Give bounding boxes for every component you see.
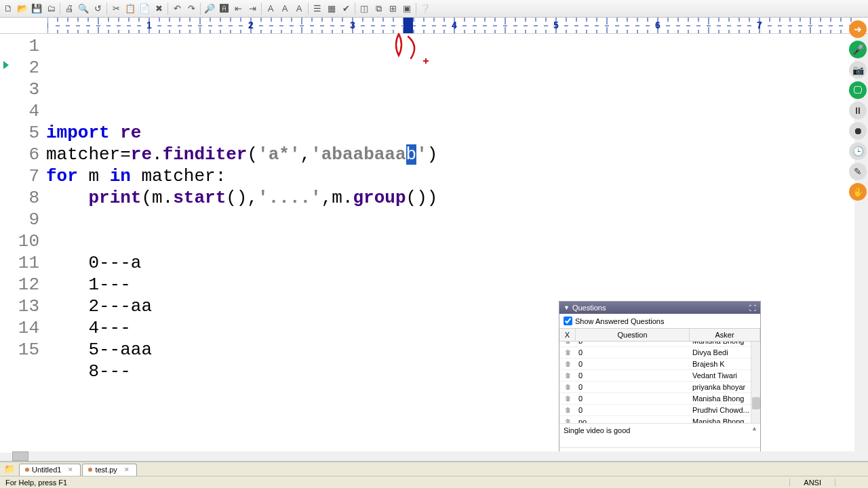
paste-button[interactable]: 📄 [138, 2, 151, 16]
win4-button[interactable]: ▣ [400, 2, 414, 16]
questions-list[interactable]: 🗑bManisha Bhong🗑0Divya Bedi🗑0Brajesh K🗑0… [559, 342, 760, 423]
delete-icon[interactable]: 🗑 [559, 372, 576, 379]
line-number: 9 [0, 209, 39, 230]
dock-pen-button[interactable]: ✎ [849, 163, 867, 180]
question-row[interactable]: 🗑0Vedant Tiwari [559, 370, 760, 382]
h1-button[interactable]: A [264, 2, 277, 16]
indent-l-button[interactable]: ⇤ [231, 2, 245, 16]
indent-r-button[interactable]: ⇥ [245, 2, 259, 16]
dock-screen-button[interactable]: 🖵 [849, 81, 867, 99]
questions-scrollbar[interactable] [751, 342, 760, 423]
code-line[interactable] [46, 230, 854, 252]
undo2-button[interactable]: ↺ [91, 2, 104, 16]
editor-hscroll[interactable] [12, 451, 854, 461]
question-text: b [576, 342, 690, 345]
line-number: 4 [0, 100, 39, 122]
code-line[interactable]: 1--- [46, 274, 854, 296]
question-row[interactable]: 🗑noManisha Bhong [559, 416, 760, 423]
toggle1-button[interactable]: ☰ [311, 2, 324, 16]
col-x: X [559, 329, 576, 341]
redo-button[interactable]: ↷ [184, 2, 198, 16]
code-line[interactable] [46, 209, 854, 230]
print-button[interactable]: 🖨 [62, 2, 76, 16]
questions-preview-text: Single video is good [564, 426, 630, 434]
check-button[interactable]: ✔ [339, 2, 353, 16]
show-answered-checkbox[interactable] [564, 317, 572, 325]
new-button[interactable]: 🗋 [1, 2, 15, 16]
code-line[interactable]: matcher=re.finditer('a*','abaabaaab') [46, 144, 854, 165]
zoomin-button[interactable]: 🔎 [203, 2, 216, 16]
code-line[interactable]: 0---a [46, 252, 854, 274]
line-number: 5 [0, 122, 39, 144]
delete-icon[interactable]: 🗑 [559, 384, 576, 390]
delete-icon[interactable]: 🗑 [559, 418, 576, 423]
dock-pause-button[interactable]: ⏸ [849, 102, 867, 119]
question-row[interactable]: 🗑0Prudhvi Chowd... [559, 405, 760, 416]
expand-icon[interactable]: ⛶ [749, 304, 756, 312]
breakpoint-marker[interactable] [3, 61, 9, 69]
open-button[interactable]: 📂 [16, 2, 29, 16]
dock-back-button[interactable]: ➜ [849, 20, 867, 38]
status-encoding[interactable]: ANSI [789, 479, 835, 487]
copy-button[interactable]: 📋 [123, 2, 137, 16]
delete-icon[interactable]: 🗑 [559, 407, 576, 413]
svg-text:3: 3 [350, 20, 355, 30]
win2-button[interactable]: ⧉ [372, 2, 385, 16]
question-row[interactable]: 🗑0Manisha Bhong [559, 393, 760, 405]
line-number: 10 [0, 230, 39, 252]
win3-button[interactable]: ⊞ [386, 2, 399, 16]
file-tab-bar: 📁 Untitled1✕test.py✕ [0, 461, 868, 476]
close-icon[interactable]: ✕ [124, 466, 130, 473]
line-number: 7 [0, 165, 39, 187]
cut-button[interactable]: ✂ [109, 2, 123, 16]
question-row[interactable]: 🗑bManisha Bhong [559, 342, 760, 347]
asker-name: Manisha Bhong [690, 342, 760, 345]
question-row[interactable]: 🗑0Divya Bedi [559, 347, 760, 359]
question-text: 0 [576, 383, 690, 391]
scroll-up-icon[interactable]: ▲ [751, 425, 757, 432]
close-icon[interactable]: ✕ [68, 466, 73, 473]
find-button[interactable]: 🅰 [217, 2, 231, 16]
preview-button[interactable]: 🔍 [77, 2, 90, 16]
questions-panel-titlebar[interactable]: ▼ Questions ⛶ [559, 302, 760, 314]
show-answered-row[interactable]: Show Answered Questions [559, 314, 760, 328]
help-button[interactable]: ❔ [418, 2, 432, 16]
delete-icon[interactable]: 🗑 [559, 361, 576, 367]
delete-icon[interactable]: 🗑 [559, 395, 576, 402]
line-number: 1 [0, 35, 39, 57]
delete-icon[interactable]: 🗑 [559, 349, 576, 356]
file-tab[interactable]: test.py✕ [82, 464, 136, 476]
show-answered-label: Show Answered Questions [575, 317, 664, 325]
questions-panel[interactable]: ▼ Questions ⛶ Show Answered Questions X … [559, 301, 761, 467]
dock-mic-button[interactable]: 🎤 [849, 41, 867, 58]
h2-button[interactable]: A [278, 2, 292, 16]
svg-text:6: 6 [655, 20, 660, 30]
code-line[interactable]: for m in matcher: [46, 165, 854, 187]
dock-hand-button[interactable]: ✋ [849, 183, 867, 201]
toggle2-button[interactable]: ▦ [325, 2, 338, 16]
line-number: 11 [0, 252, 39, 274]
pen-annotation [392, 31, 433, 68]
dock-cam-button[interactable]: 📷 [849, 61, 867, 79]
dock-rec-button[interactable]: ⏺ [849, 122, 867, 140]
h3-button[interactable]: A [292, 2, 306, 16]
hscroll-thumb[interactable] [12, 451, 28, 461]
win1-button[interactable]: ◫ [357, 2, 371, 16]
del-button[interactable]: ✖ [152, 2, 165, 16]
asker-name: Brajesh K [690, 360, 760, 368]
code-line[interactable]: print(m.start(),'....',m.group()) [46, 187, 854, 209]
saveall-button[interactable]: 🗂 [44, 2, 58, 16]
folder-icon[interactable]: 📁 [4, 464, 15, 474]
delete-icon[interactable]: 🗑 [559, 342, 576, 344]
scrollbar-thumb[interactable] [752, 397, 760, 409]
save-button[interactable]: 💾 [30, 2, 43, 16]
question-row[interactable]: 🗑0Brajesh K [559, 359, 760, 370]
question-row[interactable]: 🗑0priyanka bhoyar [559, 382, 760, 393]
file-tab[interactable]: Untitled1✕ [19, 464, 81, 476]
collapse-icon[interactable]: ▼ [564, 304, 570, 311]
code-line[interactable]: import re [46, 122, 854, 144]
undo-button[interactable]: ↶ [170, 2, 184, 16]
questions-title: Questions [572, 304, 606, 312]
dock-clock-button[interactable]: 🕒 [849, 142, 867, 160]
webinar-dock: ➜🎤📷🖵⏸⏺🕒✎✋ [848, 18, 868, 201]
